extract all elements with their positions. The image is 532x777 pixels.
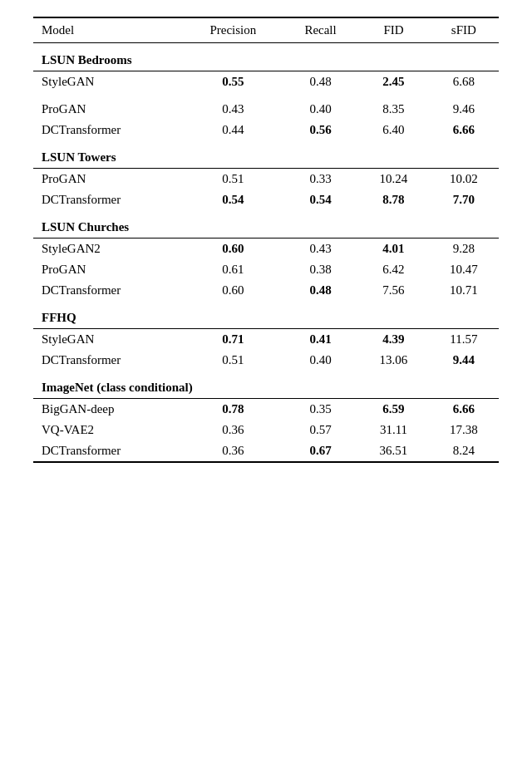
table-row: BigGAN-deep0.780.356.596.66	[33, 399, 499, 420]
model-cell: StyleGAN	[33, 329, 184, 350]
section-header-row: ImageNet (class conditional)	[33, 371, 499, 399]
recall-cell: 0.33	[283, 169, 359, 189]
section-header-row: LSUN Bedrooms	[33, 43, 499, 71]
fid-cell: 7.56	[358, 280, 428, 301]
recall-cell: 0.38	[283, 259, 359, 280]
model-cell: DCTransformer	[33, 350, 184, 371]
model-cell: ProGAN	[33, 169, 184, 189]
table-row: DCTransformer0.360.6736.518.24	[33, 440, 499, 462]
table-row: DCTransformer0.510.4013.069.44	[33, 350, 499, 371]
model-cell: BigGAN-deep	[33, 399, 184, 420]
table-row: DCTransformer0.540.548.787.70	[33, 189, 499, 210]
section-header-row: LSUN Churches	[33, 210, 499, 239]
precision-cell: 0.51	[184, 350, 283, 371]
fid-cell: 4.39	[358, 329, 428, 350]
recall-cell: 0.48	[283, 280, 359, 301]
recall-cell: 0.35	[283, 399, 359, 420]
sfid-cell: 6.68	[429, 71, 499, 92]
table-header-row: Model Precision Recall FID sFID	[33, 17, 499, 43]
precision-cell: 0.71	[184, 329, 283, 350]
model-cell: VQ-VAE2	[33, 420, 184, 440]
model-cell: DCTransformer	[33, 280, 184, 301]
model-cell: StyleGAN	[33, 71, 184, 92]
recall-cell: 0.40	[283, 350, 359, 371]
sfid-cell: 9.28	[429, 239, 499, 259]
recall-cell: 0.54	[283, 189, 359, 210]
table-container: Model Precision Recall FID sFID LSUN Bed…	[33, 17, 499, 463]
fid-cell: 6.42	[358, 259, 428, 280]
recall-cell: 0.56	[283, 120, 359, 140]
sfid-cell: 6.66	[429, 120, 499, 140]
recall-cell: 0.43	[283, 239, 359, 259]
precision-cell: 0.60	[184, 239, 283, 259]
fid-cell: 13.06	[358, 350, 428, 371]
model-cell: ProGAN	[33, 259, 184, 280]
precision-cell: 0.44	[184, 120, 283, 140]
table-row: StyleGAN0.550.482.456.68	[33, 71, 499, 92]
table-row: DCTransformer0.600.487.5610.71	[33, 280, 499, 301]
recall-cell: 0.67	[283, 440, 359, 462]
fid-cell: 2.45	[358, 71, 428, 92]
col-header-sfid: sFID	[429, 17, 499, 43]
recall-cell: 0.48	[283, 71, 359, 92]
recall-cell: 0.57	[283, 420, 359, 440]
sfid-cell: 10.47	[429, 259, 499, 280]
precision-cell: 0.60	[184, 280, 283, 301]
table-row: StyleGAN0.710.414.3911.57	[33, 329, 499, 350]
sfid-cell: 10.02	[429, 169, 499, 189]
model-cell: DCTransformer	[33, 120, 184, 140]
model-cell: DCTransformer	[33, 189, 184, 210]
sfid-cell: 10.71	[429, 280, 499, 301]
sfid-cell: 11.57	[429, 329, 499, 350]
fid-cell: 10.24	[358, 169, 428, 189]
fid-cell: 8.35	[358, 99, 428, 120]
col-header-model: Model	[33, 17, 184, 43]
recall-cell: 0.41	[283, 329, 359, 350]
precision-cell: 0.55	[184, 71, 283, 92]
model-cell: ProGAN	[33, 99, 184, 120]
col-header-fid: FID	[358, 17, 428, 43]
precision-cell: 0.61	[184, 259, 283, 280]
sfid-cell: 9.46	[429, 99, 499, 120]
model-cell: StyleGAN2	[33, 239, 184, 259]
recall-cell: 0.40	[283, 99, 359, 120]
fid-cell: 36.51	[358, 440, 428, 462]
table-row: StyleGAN20.600.434.019.28	[33, 239, 499, 259]
precision-cell: 0.36	[184, 440, 283, 462]
precision-cell: 0.51	[184, 169, 283, 189]
fid-cell: 6.40	[358, 120, 428, 140]
table-row: DCTransformer0.440.566.406.66	[33, 120, 499, 140]
col-header-recall: Recall	[283, 17, 359, 43]
precision-cell: 0.36	[184, 420, 283, 440]
section-header-row: FFHQ	[33, 301, 499, 329]
fid-cell: 4.01	[358, 239, 428, 259]
sfid-cell: 6.66	[429, 399, 499, 420]
fid-cell: 8.78	[358, 189, 428, 210]
fid-cell: 31.11	[358, 420, 428, 440]
table-row: ProGAN0.510.3310.2410.02	[33, 169, 499, 189]
sfid-cell: 8.24	[429, 440, 499, 462]
sfid-cell: 17.38	[429, 420, 499, 440]
model-cell: DCTransformer	[33, 440, 184, 462]
fid-cell: 6.59	[358, 399, 428, 420]
sfid-cell: 9.44	[429, 350, 499, 371]
precision-cell: 0.54	[184, 189, 283, 210]
table-row: ProGAN0.610.386.4210.47	[33, 259, 499, 280]
col-header-precision: Precision	[184, 17, 283, 43]
spacer-row	[33, 92, 499, 99]
table-row: ProGAN0.430.408.359.46	[33, 99, 499, 120]
sfid-cell: 7.70	[429, 189, 499, 210]
section-header-row: LSUN Towers	[33, 140, 499, 169]
comparison-table: Model Precision Recall FID sFID LSUN Bed…	[33, 17, 499, 463]
precision-cell: 0.43	[184, 99, 283, 120]
table-row: VQ-VAE20.360.5731.1117.38	[33, 420, 499, 440]
precision-cell: 0.78	[184, 399, 283, 420]
